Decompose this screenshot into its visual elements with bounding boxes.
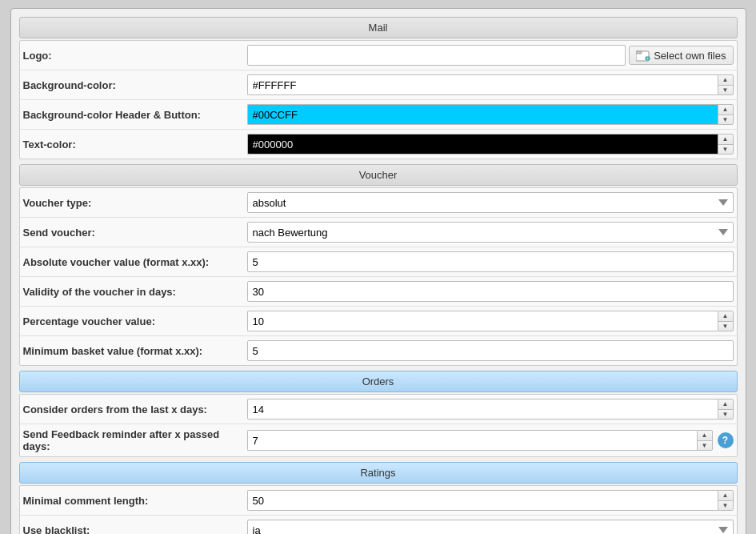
text-color-row: Text-color: ▲ ▼ <box>20 130 737 159</box>
send-feedback-spinner: ▲ ▼ <box>697 430 713 451</box>
bg-header-row: Background-color Header & Button: ▲ ▼ <box>20 100 737 130</box>
text-color-label: Text-color: <box>23 139 247 151</box>
orders-form: Consider orders from the last x days: ▲ … <box>19 394 738 457</box>
min-comment-spinner: ▲ ▼ <box>718 490 734 511</box>
percentage-down-btn[interactable]: ▼ <box>718 321 733 331</box>
validity-row: Validity of the voucher in days: <box>20 277 737 307</box>
bg-color-label: Background-color: <box>23 79 247 91</box>
ratings-header: Ratings <box>19 462 738 484</box>
send-voucher-row: Send voucher: nach Bewertung sofort <box>20 218 737 247</box>
min-basket-input-col <box>247 340 734 361</box>
orders-header: Orders <box>19 371 738 392</box>
logo-input[interactable] <box>247 45 626 66</box>
percentage-label: Percentage voucher value: <box>23 315 247 327</box>
bg-header-spinner: ▲ ▼ <box>718 104 734 125</box>
abs-value-input-col <box>247 251 734 272</box>
validity-label: Validity of the voucher in days: <box>23 286 247 298</box>
bg-header-input-col: ▲ ▼ <box>247 104 734 125</box>
min-comment-input[interactable] <box>247 490 718 511</box>
send-voucher-select[interactable]: nach Bewertung sofort <box>247 222 734 243</box>
percentage-input-col: ▲ ▼ <box>247 311 734 331</box>
logo-row: Logo: + <box>20 41 737 70</box>
consider-orders-input[interactable] <box>247 399 718 420</box>
abs-value-input[interactable] <box>247 251 734 272</box>
bg-header-down-btn[interactable]: ▼ <box>718 114 733 124</box>
consider-orders-up-btn[interactable]: ▲ <box>718 399 733 409</box>
send-feedback-input-col: ▲ ▼ ? <box>247 430 734 451</box>
consider-orders-down-btn[interactable]: ▼ <box>718 409 733 419</box>
consider-orders-spinner: ▲ ▼ <box>718 399 734 420</box>
voucher-section: Voucher Voucher type: absolut prozentual… <box>19 164 738 366</box>
min-basket-label: Minimum basket value (format x.xx): <box>23 345 247 357</box>
send-feedback-label: Send Feedback reminder after x passed da… <box>23 428 247 452</box>
send-feedback-up-btn[interactable]: ▲ <box>698 431 712 440</box>
bg-color-down-btn[interactable]: ▼ <box>718 85 733 94</box>
text-color-input-col: ▲ ▼ <box>247 134 734 155</box>
select-own-files-button[interactable]: + Select own files <box>629 46 733 65</box>
consider-orders-label: Consider orders from the last x days: <box>23 404 247 416</box>
text-color-up-btn[interactable]: ▲ <box>718 135 733 144</box>
send-feedback-row: Send Feedback reminder after x passed da… <box>20 424 737 456</box>
bg-color-up-btn[interactable]: ▲ <box>718 75 733 85</box>
file-icon: + <box>636 49 650 62</box>
percentage-up-btn[interactable]: ▲ <box>718 311 733 321</box>
bg-header-input-group: ▲ ▼ <box>247 104 734 125</box>
abs-value-row: Absolute voucher value (format x.xx): <box>20 247 737 277</box>
consider-orders-input-col: ▲ ▼ <box>247 399 734 420</box>
min-comment-row: Minimal comment length: ▲ ▼ <box>20 486 737 516</box>
validity-input-col <box>247 281 734 302</box>
bg-color-spinner: ▲ ▼ <box>718 74 734 95</box>
send-feedback-input-group: ▲ ▼ <box>247 430 713 451</box>
min-comment-down-btn[interactable]: ▼ <box>718 500 733 510</box>
percentage-input[interactable] <box>247 311 718 331</box>
percentage-spinner: ▲ ▼ <box>718 311 734 331</box>
use-blacklist-label: Use blacklist: <box>23 524 247 535</box>
consider-orders-input-group: ▲ ▼ <box>247 399 734 420</box>
mail-form: Logo: + <box>19 40 738 159</box>
logo-input-group: + Select own files <box>247 45 734 66</box>
mail-header: Mail <box>19 17 738 38</box>
mail-section: Mail Logo: + <box>19 17 738 159</box>
logo-label: Logo: <box>23 50 247 62</box>
validity-input[interactable] <box>247 281 734 302</box>
min-comment-input-group: ▲ ▼ <box>247 490 734 511</box>
ratings-form: Minimal comment length: ▲ ▼ Use blacklis… <box>19 485 738 534</box>
bg-color-row: Background-color: ▲ ▼ <box>20 70 737 100</box>
send-feedback-down-btn[interactable]: ▼ <box>698 440 712 450</box>
send-voucher-input-col: nach Bewertung sofort <box>247 222 734 243</box>
percentage-row: Percentage voucher value: ▲ ▼ <box>20 307 737 336</box>
text-color-down-btn[interactable]: ▼ <box>718 144 733 154</box>
voucher-type-input-col: absolut prozentual <box>247 192 734 213</box>
voucher-header: Voucher <box>19 164 738 186</box>
percentage-input-group: ▲ ▼ <box>247 311 734 331</box>
orders-section: Orders Consider orders from the last x d… <box>19 371 738 457</box>
main-container: Mail Logo: + <box>10 8 746 534</box>
ratings-section: Ratings Minimal comment length: ▲ ▼ <box>19 462 738 534</box>
voucher-type-select[interactable]: absolut prozentual <box>247 192 734 213</box>
min-comment-up-btn[interactable]: ▲ <box>718 491 733 500</box>
min-comment-input-col: ▲ ▼ <box>247 490 734 511</box>
svg-text:+: + <box>646 56 649 61</box>
bg-color-input[interactable] <box>247 74 718 95</box>
use-blacklist-row: Use blacklist: ja nein <box>20 516 737 534</box>
send-voucher-label: Send voucher: <box>23 227 247 239</box>
select-own-files-label: Select own files <box>654 50 726 62</box>
text-color-spinner: ▲ ▼ <box>718 134 734 155</box>
voucher-form: Voucher type: absolut prozentual Send vo… <box>19 187 738 366</box>
min-basket-row: Minimum basket value (format x.xx): <box>20 336 737 365</box>
bg-header-input[interactable] <box>247 104 718 125</box>
use-blacklist-input-col: ja nein <box>247 520 734 534</box>
use-blacklist-select[interactable]: ja nein <box>247 520 734 534</box>
voucher-type-row: Voucher type: absolut prozentual <box>20 188 737 218</box>
abs-value-label: Absolute voucher value (format x.xx): <box>23 256 247 268</box>
file-svg-icon: + <box>636 49 650 62</box>
send-feedback-input[interactable] <box>247 430 697 451</box>
help-icon[interactable]: ? <box>718 432 734 448</box>
min-basket-input[interactable] <box>247 340 734 361</box>
bg-color-input-group: ▲ ▼ <box>247 74 734 95</box>
text-color-input[interactable] <box>247 134 718 155</box>
voucher-type-label: Voucher type: <box>23 197 247 209</box>
bg-header-up-btn[interactable]: ▲ <box>718 105 733 114</box>
min-comment-label: Minimal comment length: <box>23 495 247 507</box>
bg-color-input-col: ▲ ▼ <box>247 74 734 95</box>
